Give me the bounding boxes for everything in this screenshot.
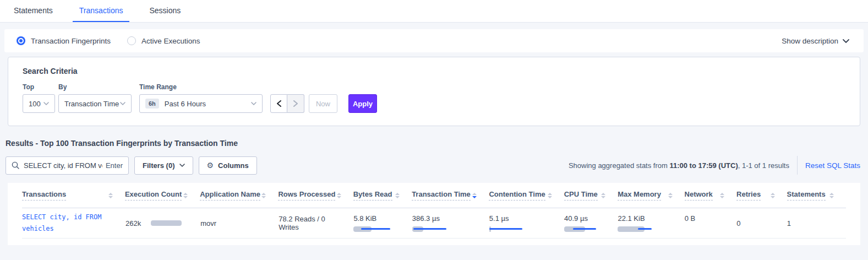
column-label: Network [685,190,713,201]
cell-value: 5.8 KiB [353,214,400,223]
column-header-transactions[interactable]: Transactions [22,190,125,201]
execution-count-bar [151,220,182,226]
table-header-row: TransactionsExecution CountApplication N… [22,183,846,208]
cell-value: 262k [125,219,141,228]
table-cell-application-name: movr [200,219,279,228]
sort-icon [771,193,775,198]
radio-active-executions[interactable]: Active Executions [127,36,200,45]
results-heading: Results - Top 100 Transaction Fingerprin… [6,139,868,148]
column-label: Retries [736,190,761,201]
column-header-cpu-time[interactable]: CPU Time [564,190,618,201]
chevron-down-icon [43,102,49,105]
tab-sessions[interactable]: Sessions [143,0,187,22]
column-header-statements[interactable]: Statements [787,190,846,201]
apply-button[interactable]: Apply [348,94,377,113]
table-cell-rows-processed: 78.2 Reads / 0 Writes [279,215,353,231]
radio-unselected-icon [127,36,136,45]
column-header-max-memory[interactable]: Max Memory [618,190,684,201]
column-label: Application Name [200,190,260,201]
chevron-down-icon [120,102,125,105]
sort-icon [601,193,605,198]
time-range-arrows [270,94,304,113]
columns-button[interactable]: ⚙ Columns [199,156,257,175]
cell-value: 386.3 µs [412,214,477,223]
table-cell-statements: 1 [787,219,846,228]
search-input[interactable]: SELECT city, id FROM vehicles W Enter [6,156,129,175]
time-range-prev-button[interactable] [270,94,287,113]
column-label: Contention Time [489,190,545,201]
table-cell-max-memory: 22.1 KiB [618,214,684,232]
search-input-value: SELECT city, id FROM vehicles W [24,161,102,170]
search-criteria-title: Search Criteria [23,67,845,75]
sort-icon [183,193,188,198]
sort-icon [829,193,834,198]
column-label: Max Memory [618,190,661,201]
transaction-fingerprint-link[interactable]: SELECT city, id FROM vehicles [22,212,116,235]
column-header-rows-processed[interactable]: Rows Processed [278,190,353,201]
column-label: Rows Processed [278,190,335,201]
table-cell-transactions: SELECT city, id FROM vehicles [22,212,125,235]
time-range-value: Past 6 Hours [165,100,206,108]
column-label: Bytes Read [353,190,392,201]
view-toggle-strip: Transaction Fingerprints Active Executio… [4,29,864,52]
stat-bar [412,226,449,232]
search-icon [12,161,19,169]
cell-value: 78.2 Reads / 0 Writes [279,215,325,231]
filters-button[interactable]: Filters (0) [134,156,193,175]
stat-bar [618,226,654,232]
table-row: SELECT city, id FROM vehicles262kmovr78.… [22,208,846,239]
column-header-execution-count[interactable]: Execution Count [125,190,200,201]
chevron-right-icon [293,100,298,107]
cell-value: 0 [736,219,740,228]
top-label: Top [23,83,55,91]
cell-value: 1 [787,219,791,228]
sort-icon [261,193,266,198]
filters-label: Filters (0) [143,161,175,170]
search-criteria-card: Search Criteria Top 100 By Transaction T… [8,57,860,126]
time-range-select[interactable]: 6h Past 6 Hours [139,94,263,113]
sort-icon [337,193,341,198]
cell-value: 0 B [685,214,724,223]
sort-icon [395,193,400,198]
column-label: Execution Count [125,190,182,201]
by-label: By [58,83,132,91]
column-header-application-name[interactable]: Application Name [200,190,278,201]
cell-value: 22.1 KiB [618,214,672,223]
by-select-value: Transaction Time [64,100,119,108]
column-header-network[interactable]: Network [685,190,737,201]
radio-transaction-fingerprints[interactable]: Transaction Fingerprints [17,36,111,45]
now-button[interactable]: Now [309,94,337,113]
time-range-label: Time Range [139,83,263,91]
column-header-bytes-read[interactable]: Bytes Read [353,190,412,201]
column-label: Transactions [22,190,66,201]
top-select-value: 100 [29,100,41,108]
sort-icon [472,193,477,198]
tab-transactions[interactable]: Transactions [73,0,130,22]
table-cell-cpu-time: 40.9 µs [564,214,618,232]
cell-value: movr [200,219,216,228]
tab-bar: Statements Transactions Sessions [0,0,868,23]
gear-icon: ⚙ [207,161,214,170]
show-description-toggle[interactable]: Show description [782,37,849,45]
tab-statements[interactable]: Statements [7,0,59,22]
column-header-retries[interactable]: Retries [736,190,787,201]
results-controls-row: SELECT city, id FROM vehicles W Enter Fi… [6,156,862,175]
column-header-contention-time[interactable]: Contention Time [489,190,564,201]
search-enter-button[interactable]: Enter [106,161,123,170]
column-label: CPU Time [564,190,598,201]
table-cell-bytes-read: 5.8 KiB [353,214,412,232]
radio-label: Transaction Fingerprints [31,37,111,45]
sort-icon [668,193,673,198]
table-cell-contention-time: 5.1 µs [489,214,564,232]
showing-stats-text: Showing aggregated stats from 11:00 to 1… [569,161,789,170]
table-cell-network: 0 B [685,214,736,232]
top-select[interactable]: 100 [23,94,55,113]
column-header-transaction-time[interactable]: Transaction Time [412,190,489,201]
time-range-next-button[interactable] [287,94,304,113]
cell-value: 5.1 µs [489,214,552,223]
stat-bar [353,226,390,232]
by-select[interactable]: Transaction Time [58,94,132,113]
column-label: Statements [787,190,826,201]
chevron-left-icon [277,100,281,107]
reset-sql-stats-link[interactable]: Reset SQL Stats [805,161,860,170]
